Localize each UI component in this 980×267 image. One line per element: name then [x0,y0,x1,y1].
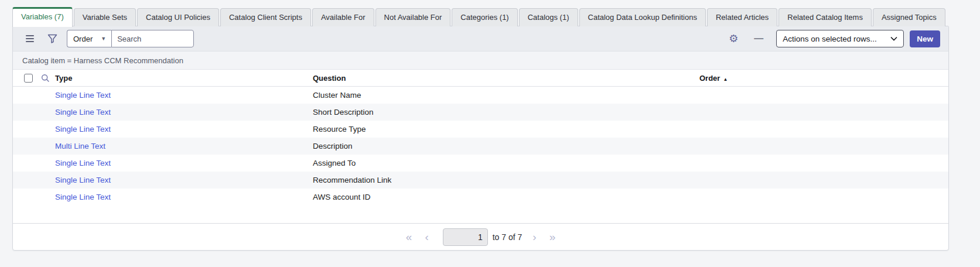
minimize-list-icon[interactable]: — [754,33,763,44]
tab-catalog-client-scripts[interactable]: Catalog Client Scripts [220,8,311,26]
pagination-bar: « ‹ to 7 of 7 › » [13,223,948,250]
variable-question: Short Description [313,108,699,117]
row-range-text: to 7 of 7 [493,232,523,242]
select-all-checkbox[interactable] [24,74,33,83]
table-row[interactable]: Single Line Text Assigned To [13,155,948,172]
select-all-cell [13,74,35,83]
variable-type-link[interactable]: Single Line Text [55,125,111,134]
table-row[interactable]: Multi Line Text Description [13,138,948,155]
search-input[interactable] [111,30,194,47]
variables-panel: Variables (7) Variable Sets Catalog UI P… [12,8,949,251]
variable-question: Recommendation Link [313,176,699,184]
table-row[interactable]: Single Line Text Cluster Name [13,87,948,104]
variable-type-link[interactable]: Single Line Text [55,159,111,167]
tab-categories[interactable]: Categories (1) [452,8,517,26]
variable-type-link[interactable]: Multi Line Text [55,142,105,150]
tab-related-catalog-items[interactable]: Related Catalog Items [778,8,872,26]
gear-icon[interactable]: ⚙ [726,31,741,46]
chevron-down-icon [890,36,897,41]
first-page-icon[interactable]: « [404,231,415,242]
list-container: Order ▼ ⚙ — Actions on selected rows... … [12,26,949,251]
list-menu-icon[interactable] [22,31,37,46]
variable-question: AWS account ID [313,193,699,201]
list-search-group: Order ▼ [67,30,194,47]
table-row[interactable]: Single Line Text Short Description [13,104,948,121]
current-page-input[interactable] [443,228,488,246]
actions-select-value: Actions on selected rows... [783,35,877,43]
caret-down-icon: ▼ [101,36,106,42]
filter-icon[interactable] [45,31,60,46]
last-page-icon[interactable]: » [547,231,558,242]
variable-question: Assigned To [313,159,699,167]
list-toolbar: Order ▼ ⚙ — Actions on selected rows... … [13,26,948,52]
column-search-cell [35,74,55,83]
tab-catalog-ui-policies[interactable]: Catalog UI Policies [137,8,219,26]
toolbar-right-group: ⚙ — Actions on selected rows... New [726,30,940,47]
variable-type-link[interactable]: Single Line Text [55,91,111,100]
sort-ascending-icon: ▲ [723,77,728,82]
page-background: { "colors": { "accent_green": "#2f7d54",… [0,0,980,267]
order-header-label: Order [699,74,720,83]
variable-type-link[interactable]: Single Line Text [55,176,111,184]
column-header-question[interactable]: Question [313,74,699,83]
variable-question: Resource Type [313,125,699,134]
tab-available-for[interactable]: Available For [312,8,374,26]
column-header-type[interactable]: Type [55,74,313,83]
tab-strip: Variables (7) Variable Sets Catalog UI P… [12,8,949,26]
table-empty-space [13,206,948,223]
table-row[interactable]: Single Line Text AWS account ID [13,189,948,206]
table-row[interactable]: Single Line Text Resource Type [13,121,948,138]
search-icon[interactable] [41,74,50,83]
table-row[interactable]: Single Line Text Recommendation Link [13,172,948,189]
tab-related-articles[interactable]: Related Articles [707,8,777,26]
table-body: Single Line Text Cluster Name Single Lin… [13,87,948,206]
tab-assigned-topics[interactable]: Assigned Topics [873,8,945,26]
column-header-order[interactable]: Order▲ [699,74,948,83]
tab-variable-sets[interactable]: Variable Sets [74,8,136,26]
tab-not-available-for[interactable]: Not Available For [375,8,451,26]
search-column-value: Order [73,35,93,43]
new-button[interactable]: New [910,30,940,47]
actions-on-selected-rows-select[interactable]: Actions on selected rows... [776,30,904,47]
table-header-row: Type Question Order▲ [13,70,948,87]
breadcrumb[interactable]: Catalog item = Harness CCM Recommendatio… [13,52,948,70]
filter-condition-text: Catalog item = Harness CCM Recommendatio… [22,56,183,65]
previous-page-icon[interactable]: ‹ [422,231,431,242]
variable-type-link[interactable]: Single Line Text [55,193,111,201]
tab-variables[interactable]: Variables (7) [12,7,73,27]
variable-type-link[interactable]: Single Line Text [55,108,111,117]
variable-question: Description [313,142,699,150]
next-page-icon[interactable]: › [530,231,538,242]
variable-question: Cluster Name [313,91,699,100]
tab-catalogs[interactable]: Catalogs (1) [519,8,578,26]
tab-catalog-data-lookup-definitions[interactable]: Catalog Data Lookup Definitions [579,8,706,26]
search-column-select[interactable]: Order ▼ [67,30,111,47]
